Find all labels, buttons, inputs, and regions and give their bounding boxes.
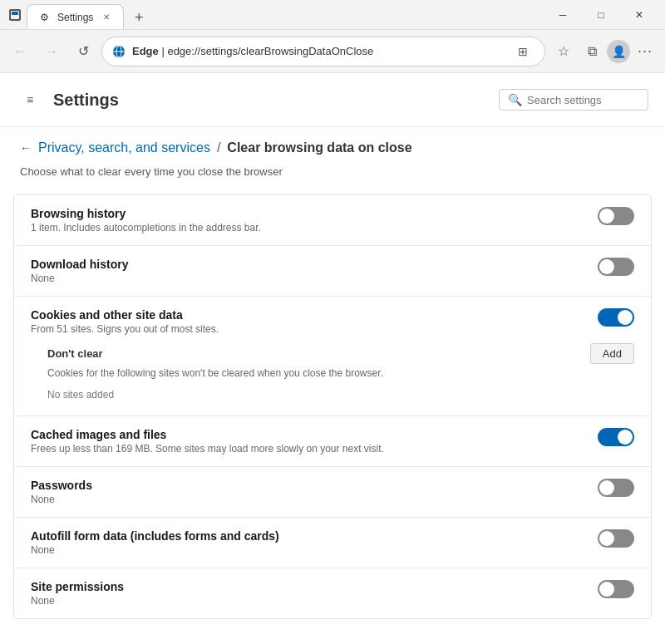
setting-item-passwords: Passwords None — [14, 467, 651, 518]
profile-button[interactable]: 👤 — [607, 40, 630, 63]
search-icon: 🔍 — [508, 93, 522, 106]
tab-favicon: ⚙ — [37, 11, 51, 24]
site-permissions-toggle[interactable] — [598, 580, 634, 598]
cookies-content: Cookies and other site data From 51 site… — [31, 308, 584, 335]
site-permissions-title: Site permissions — [31, 580, 584, 593]
cookies-toggle[interactable] — [598, 308, 634, 327]
cached-images-title: Cached images and files — [31, 428, 584, 441]
forward-button[interactable]: → — [38, 38, 65, 65]
settings-header: ≡ Settings 🔍 — [0, 73, 665, 127]
cached-images-content: Cached images and files Frees up less th… — [31, 428, 584, 455]
autofill-title: Autofill form data (includes forms and c… — [31, 529, 584, 543]
toggle-slider — [598, 428, 634, 446]
site-permissions-content: Site permissions None — [31, 580, 584, 607]
cookies-desc: From 51 sites. Signs you out of most sit… — [31, 323, 584, 335]
address-text: Edge | edge://settings/clearBrowsingData… — [132, 45, 505, 57]
cookies-title: Cookies and other site data — [31, 308, 584, 322]
dont-clear-title: Don't clear — [47, 347, 103, 360]
setting-item-cached-images: Cached images and files Frees up less th… — [14, 416, 651, 467]
address-path: edge://settings/clearBrowsingDataOnClose — [167, 45, 373, 57]
back-arrow-icon: ← — [20, 141, 32, 155]
setting-item-browsing-history: Browsing history 1 item. Includes autoco… — [14, 195, 651, 246]
address-sep: | — [159, 45, 168, 57]
toggle-knob — [599, 531, 614, 546]
passwords-content: Passwords None — [31, 479, 584, 505]
download-history-desc: None — [31, 273, 584, 284]
address-favicon — [112, 45, 126, 58]
browsing-history-toggle[interactable] — [598, 207, 634, 225]
passwords-desc: None — [31, 494, 584, 505]
cached-images-desc: Frees up less than 169 MB. Some sites ma… — [31, 443, 584, 455]
settings-tab[interactable]: ⚙ Settings ✕ — [27, 4, 124, 29]
tab-close-button[interactable]: ✕ — [100, 11, 113, 24]
setting-item-site-permissions: Site permissions None — [14, 568, 651, 618]
titlebar-controls: ─ □ ✕ — [544, 0, 658, 30]
more-button[interactable]: ··· — [632, 38, 658, 65]
toggle-knob — [618, 310, 633, 325]
passwords-toggle[interactable] — [598, 479, 634, 497]
dont-clear-header: Don't clear Add — [47, 335, 634, 367]
address-domain: Edge — [132, 45, 159, 57]
search-settings-input[interactable] — [527, 94, 639, 106]
toggle-knob — [599, 582, 614, 597]
toggle-slider — [598, 580, 634, 598]
window-icon — [7, 7, 23, 23]
search-settings-box[interactable]: 🔍 — [499, 89, 648, 111]
site-permissions-desc: None — [31, 595, 584, 607]
hamburger-button[interactable]: ≡ — [17, 86, 43, 113]
page-content: ≡ Settings 🔍 ← Privacy, search, and serv… — [0, 73, 665, 644]
toolbar-icons: ☆ ⧉ 👤 ··· — [550, 38, 658, 65]
titlebar-left — [7, 7, 23, 23]
collections-button[interactable]: ⧉ — [579, 38, 605, 65]
settings-section: Browsing history 1 item. Includes autoco… — [13, 194, 652, 619]
titlebar: ⚙ Settings ✕ + ─ □ ✕ — [0, 0, 665, 30]
svg-rect-2 — [12, 12, 18, 15]
breadcrumb-area: ← Privacy, search, and services / Clear … — [0, 127, 665, 162]
minimize-button[interactable]: ─ — [544, 0, 582, 30]
toggle-slider — [598, 207, 634, 225]
tab-bar: ⚙ Settings ✕ + — [27, 0, 544, 29]
browsing-history-desc: 1 item. Includes autocompletions in the … — [31, 222, 584, 234]
toggle-slider — [598, 479, 634, 497]
toggle-knob — [599, 480, 614, 495]
split-screen-icon[interactable]: ⊞ — [511, 40, 534, 63]
page-subtitle: Choose what to clear every time you clos… — [0, 162, 665, 188]
autofill-content: Autofill form data (includes forms and c… — [31, 529, 584, 556]
breadcrumb-separator: / — [217, 140, 220, 155]
addressbar: ← → ↺ Edge | edge://settings/clearBrowsi… — [0, 30, 665, 73]
close-button[interactable]: ✕ — [620, 0, 658, 30]
back-link[interactable]: ← — [20, 141, 32, 155]
autofill-toggle[interactable] — [598, 529, 634, 548]
download-history-content: Download history None — [31, 258, 584, 284]
dont-clear-desc: Cookies for the following sites won't be… — [47, 367, 634, 379]
add-site-button[interactable]: Add — [590, 343, 634, 364]
toggle-slider — [598, 258, 634, 276]
maximize-button[interactable]: □ — [582, 0, 620, 30]
address-box[interactable]: Edge | edge://settings/clearBrowsingData… — [101, 37, 545, 66]
passwords-title: Passwords — [31, 479, 584, 492]
browsing-history-title: Browsing history — [31, 207, 584, 220]
toggle-knob — [618, 430, 633, 445]
toggle-slider — [598, 529, 634, 548]
address-actions: ⊞ — [511, 40, 534, 63]
favorites-button[interactable]: ☆ — [550, 38, 577, 65]
breadcrumb-current: Clear browsing data on close — [227, 140, 411, 155]
download-history-toggle[interactable] — [598, 258, 634, 276]
toggle-knob — [599, 209, 614, 224]
setting-item-cookies: Cookies and other site data From 51 site… — [14, 297, 651, 335]
autofill-desc: None — [31, 544, 584, 556]
tab-label: Settings — [57, 12, 93, 23]
dont-clear-section: Don't clear Add Cookies for the followin… — [14, 335, 651, 416]
toggle-knob — [599, 259, 614, 274]
browsing-history-content: Browsing history 1 item. Includes autoco… — [31, 207, 584, 234]
setting-item-download-history: Download history None — [14, 246, 651, 297]
download-history-title: Download history — [31, 258, 584, 271]
settings-page-title: Settings — [53, 91, 489, 110]
cached-images-toggle[interactable] — [598, 428, 634, 446]
new-tab-button[interactable]: + — [127, 6, 150, 29]
toggle-slider — [598, 308, 634, 327]
breadcrumb-link[interactable]: Privacy, search, and services — [38, 140, 210, 155]
refresh-button[interactable]: ↺ — [70, 38, 96, 65]
no-sites-label: No sites added — [47, 386, 634, 404]
back-button[interactable]: ← — [7, 38, 33, 65]
